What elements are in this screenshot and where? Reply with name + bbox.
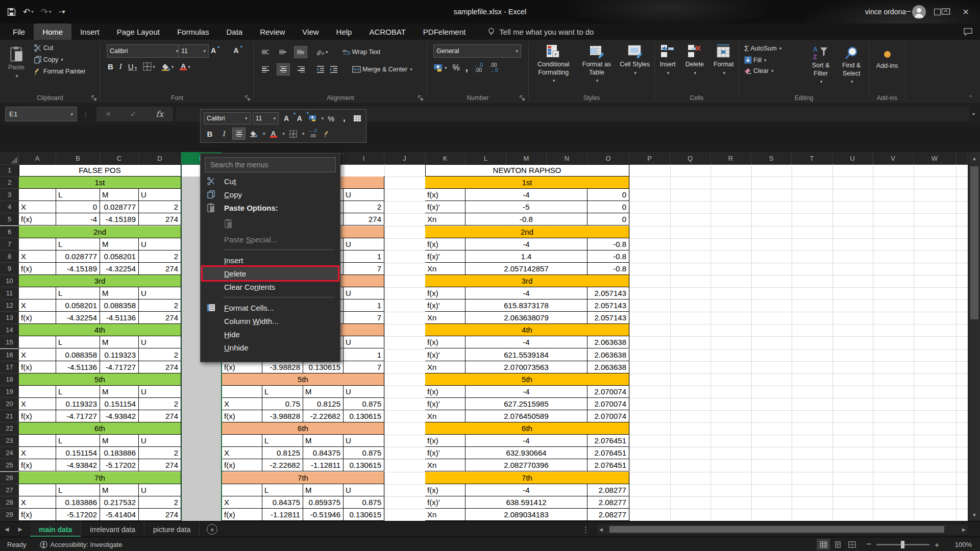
decrease-decimal-icon[interactable]: .00→.0 — [488, 63, 498, 73]
column-header-U[interactable]: U — [832, 152, 873, 164]
fill-color-button[interactable]: ▾ — [161, 63, 174, 71]
bisection-cell[interactable]: 7 — [344, 312, 384, 324]
newton-cell[interactable]: Xn — [425, 312, 465, 324]
newton-cell[interactable]: -0.8 — [587, 251, 629, 263]
mini-font-family-select[interactable]: Calibri▾ — [204, 112, 251, 124]
context-menu-search[interactable] — [205, 157, 336, 172]
bisection-cell[interactable]: 0.130615 — [344, 459, 384, 471]
false-pos-cell[interactable]: 2 — [139, 398, 181, 410]
false-pos-cell[interactable]: L — [56, 287, 100, 299]
context-menu-item-column-width[interactable]: Column Width... — [201, 314, 340, 328]
tab-home[interactable]: Home — [34, 23, 71, 40]
column-header-V[interactable]: V — [873, 152, 914, 164]
tab-review[interactable]: Review — [251, 23, 293, 40]
newton-cell[interactable]: f(x)' — [425, 201, 465, 213]
false-pos-cell[interactable]: f(x) — [19, 410, 56, 422]
false-pos-cell[interactable]: 0.217532 — [100, 496, 139, 509]
bisection-cell[interactable]: X — [222, 447, 262, 459]
false-pos-cell[interactable]: L — [56, 189, 100, 201]
shrink-font-button[interactable]: A▾ — [234, 46, 239, 55]
false-pos-cell[interactable]: 0.183886 — [56, 496, 100, 509]
decrease-indent-icon[interactable] — [316, 66, 325, 73]
tab-insert[interactable]: Insert — [71, 23, 108, 40]
clipboard-dialog-launcher[interactable] — [91, 95, 97, 101]
bisection-cell[interactable]: 0.875 — [344, 496, 384, 509]
newton-cell[interactable]: -4 — [465, 238, 587, 251]
false-pos-iteration-header[interactable]: 1st — [19, 177, 181, 189]
newton-cell[interactable]: 638.591412 — [465, 496, 587, 509]
row-header-4[interactable]: 4 — [0, 201, 19, 213]
bisection-cell[interactable]: U — [344, 238, 384, 251]
false-pos-cell[interactable]: 0.119323 — [56, 398, 100, 410]
row-header-1[interactable]: 1 — [0, 164, 19, 177]
grow-font-button[interactable]: A▴ — [211, 46, 216, 55]
false-pos-cell[interactable]: U — [139, 287, 181, 299]
merge-center-button[interactable]: Merge & Center▾ — [352, 66, 412, 73]
paste-button[interactable]: Paste▾ — [3, 42, 30, 79]
align-middle-icon[interactable] — [277, 46, 289, 58]
false-pos-cell[interactable] — [19, 238, 56, 251]
bisection-cell[interactable]: U — [344, 287, 384, 299]
column-header-A[interactable]: A — [19, 152, 56, 164]
false-pos-cell[interactable]: 2 — [139, 349, 181, 361]
false-pos-iteration-header[interactable]: 4th — [19, 324, 181, 336]
false-pos-cell[interactable]: 274 — [139, 263, 181, 275]
bisection-cell[interactable]: 0.75 — [262, 398, 303, 410]
row-header-25[interactable]: 25 — [0, 459, 19, 471]
column-header-M[interactable]: M — [506, 152, 547, 164]
column-header-B[interactable]: B — [56, 152, 100, 164]
false-pos-cell[interactable]: -4.51136 — [100, 312, 139, 324]
bisection-cell[interactable]: M — [303, 386, 344, 398]
false-pos-cell[interactable]: X — [19, 299, 56, 312]
bisection-cell[interactable]: 1 — [344, 299, 384, 312]
bisection-cell[interactable]: 0.130615 — [344, 509, 384, 521]
bisection-cell[interactable] — [222, 484, 262, 496]
row-header-16[interactable]: 16 — [0, 349, 19, 361]
context-menu-item-hide[interactable]: Hide — [201, 328, 340, 341]
tab-page-layout[interactable]: Page Layout — [108, 23, 168, 40]
newton-cell[interactable]: Xn — [425, 410, 465, 422]
row-header-17[interactable]: 17 — [0, 361, 19, 373]
newton-iteration-header[interactable]: 4th — [425, 324, 629, 336]
bisection-cell[interactable]: L — [262, 386, 303, 398]
false-pos-cell[interactable]: L — [56, 484, 100, 496]
newton-cell[interactable]: Xn — [425, 213, 465, 226]
zoom-level[interactable]: 100% — [944, 541, 972, 548]
row-header-29[interactable]: 29 — [0, 509, 19, 521]
zoom-in-button[interactable]: + — [935, 540, 939, 549]
newton-cell[interactable]: -0.8 — [465, 213, 587, 226]
number-format-select[interactable]: General▾ — [433, 44, 521, 58]
new-sheet-button[interactable]: + — [207, 524, 217, 535]
column-header-K[interactable]: K — [425, 152, 465, 164]
false-pos-cell[interactable]: U — [139, 386, 181, 398]
bisection-cell[interactable]: L — [262, 435, 303, 447]
false-pos-cell[interactable]: f(x) — [19, 213, 56, 226]
row-header-7[interactable]: 7 — [0, 238, 19, 251]
font-size-select[interactable]: 11▾ — [178, 44, 209, 58]
newton-cell[interactable]: 2.076450589 — [465, 410, 587, 422]
expand-formula-bar-icon[interactable]: ▾ — [972, 111, 975, 117]
minimize-button[interactable]: − — [894, 0, 923, 23]
false-pos-cell[interactable]: 0.183886 — [100, 447, 139, 459]
newton-cell[interactable]: -4 — [465, 287, 587, 299]
row-header-14[interactable]: 14 — [0, 324, 19, 336]
insert-function-icon[interactable]: fx — [156, 109, 163, 119]
false-pos-cell[interactable]: L — [56, 336, 100, 348]
newton-cell[interactable]: 2.070074 — [587, 398, 629, 410]
false-pos-cell[interactable]: M — [100, 435, 139, 447]
row-header-19[interactable]: 19 — [0, 386, 19, 398]
false-pos-iteration-header[interactable]: 5th — [19, 373, 181, 386]
bisection-cell[interactable]: 0.875 — [344, 447, 384, 459]
newton-cell[interactable]: Xn — [425, 459, 465, 471]
format-as-table-button[interactable]: Format as Table▾ — [578, 40, 616, 103]
column-header-D[interactable]: D — [139, 152, 181, 164]
newton-cell[interactable]: f(x) — [425, 435, 465, 447]
addins-button[interactable]: Add-ins — [871, 44, 903, 70]
row-header-24[interactable]: 24 — [0, 447, 19, 459]
row-header-22[interactable]: 22 — [0, 422, 19, 435]
restore-button[interactable] — [923, 0, 951, 23]
false-pos-cell[interactable] — [19, 189, 56, 201]
false-pos-iteration-header[interactable]: 6th — [19, 422, 181, 435]
percent-style-button[interactable]: % — [453, 63, 460, 72]
newton-cell[interactable]: 2.089034183 — [465, 509, 587, 521]
